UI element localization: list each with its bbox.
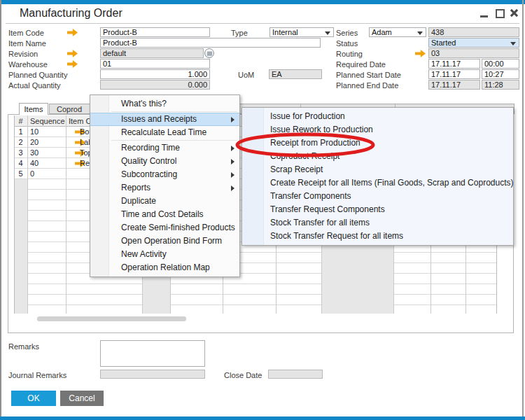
type-label: Type [231,29,248,37]
horizontal-scrollbar[interactable] [37,316,186,321]
planned-end-time-field: 11:28 [482,80,519,90]
planned-quantity-label: Planned Quantity [8,71,67,79]
remarks-label: Remarks [8,342,39,351]
close-icon[interactable] [510,8,519,18]
revision-label: Revision [8,50,38,58]
menu-item-time-and-cost-details[interactable]: Time and Cost Details [90,208,239,221]
required-time-field[interactable]: 00:00 [482,59,519,69]
revision-link-arrow-icon[interactable] [67,50,78,57]
dropdown-caret-icon [417,31,423,35]
tab-coproducts[interactable]: Coprod [57,105,82,114]
journal-remarks-label: Journal Remarks [8,371,66,379]
red-circle-annotation [234,132,376,158]
uom-field: EA [269,69,322,79]
menu-item-duplicate[interactable]: Duplicate [90,195,239,208]
titlebar-divider [6,23,519,24]
planned-start-time-field[interactable]: 10:27 [482,69,519,79]
planned-end-date-field: 17.11.17 [428,80,480,90]
menu-separator [111,111,237,112]
submenu-arrow-icon [231,117,234,122]
menu-item-quality-control[interactable]: Quality Control [90,155,239,168]
menu-item-recording-time[interactable]: Recording Time [90,141,239,155]
submenu-arrow-icon [231,186,234,191]
status-label: Status [336,39,358,48]
menu-item-new-activity[interactable]: New Activity [90,248,239,261]
close-date-field [268,370,323,379]
dropdown-caret-icon [510,42,516,46]
routing-label: Routing [336,50,363,58]
status-dropdown[interactable]: Started [428,38,519,48]
menu-item-subcontracting[interactable]: Subcontracting [90,168,239,181]
grid-header-num: # [14,117,27,125]
item-code-label: Item Code [8,29,44,37]
submenu-item-issue-for-production[interactable]: Issue for Production [242,110,513,123]
actual-quantity-field: 0.000 [100,80,210,90]
minimize-icon[interactable] [480,15,488,18]
menu-item-recalculate-lead-time[interactable]: Recalculate Lead Time [90,126,239,139]
menu-item-create-semi-finished-products[interactable]: Create Semi-finished Products [90,221,239,234]
submenu-item-transfer-request-components[interactable]: Transfer Request Components [242,203,513,216]
submenu-item-create-receipt-for-all-items[interactable]: Create Receipt for all Items (Final Good… [242,176,513,190]
item-code-link-arrow-icon[interactable] [67,29,78,36]
revision-field[interactable]: default [100,48,204,58]
planned-start-date-label: Planned Start Date [336,71,401,79]
required-date-label: Required Date [336,60,386,69]
maximize-icon[interactable] [496,9,505,18]
planned-end-date-label: Planned End Date [336,81,398,90]
menu-item-issues-and-receipts[interactable]: Issues and Receipts [90,113,239,126]
window-border-left [0,0,1,420]
tab-items[interactable]: Items [19,103,48,115]
grid-header-sequence: Sequence [30,117,65,125]
item-name-field[interactable]: Product-B [100,38,321,48]
warehouse-link-arrow-icon[interactable] [67,60,78,68]
remarks-input[interactable] [100,340,205,367]
submenu-item-stock-transfer-request-for-all-items[interactable]: Stock Transfer Request for all items [242,230,513,243]
dropdown-caret-icon [325,31,330,35]
planned-start-date-field[interactable]: 17.11.17 [428,69,480,79]
warehouse-field[interactable]: 01 [100,59,210,69]
menu-item-whats-this[interactable]: What's this? [90,97,239,111]
journal-remarks-field [100,370,205,379]
menu-item-operation-relation-map[interactable]: Operation Relation Map [90,261,239,274]
item-name-label: Item Name [8,39,46,48]
submenu-arrow-icon [231,172,234,178]
ok-button[interactable]: OK [11,391,56,406]
cancel-button[interactable]: Cancel [60,391,104,406]
type-dropdown[interactable]: Internal [270,27,334,37]
series-dropdown[interactable]: Adam [369,27,426,37]
issues-and-receipts-submenu: Issue for Production Issue Rework to Pro… [241,107,514,246]
planned-quantity-field[interactable]: 1.000 [100,69,210,79]
series-label: Series [336,29,358,37]
routing-link-arrow-icon[interactable] [415,50,426,57]
menu-item-open-operation-bind-form[interactable]: Open Operation Bind Form [90,234,239,248]
submenu-item-scrap-receipt[interactable]: Scrap Receipt [242,163,513,176]
window-accent-bar-top [0,0,525,4]
window-border-right [522,0,524,420]
menu-item-reports[interactable]: Reports [90,181,239,195]
submenu-item-stock-transfer-for-all-items[interactable]: Stock Transfer for all items [242,216,513,230]
required-date-field[interactable]: 17.11.17 [428,59,480,69]
warehouse-label: Warehouse [8,60,48,69]
choose-from-list-icon[interactable] [204,48,214,58]
context-menu: What's this? Issues and Receipts Recalcu… [90,94,240,277]
uom-label: UoM [238,71,254,79]
item-code-field[interactable]: Product-B [100,27,210,37]
window-title: Manufacturing Order [20,7,122,20]
submenu-arrow-icon [231,159,234,164]
series-number-field: 438 [428,27,519,37]
routing-field[interactable]: 03 [428,48,519,58]
window-accent-bar-bottom [0,416,525,420]
submenu-item-transfer-components[interactable]: Transfer Components [242,190,513,203]
close-date-label: Close Date [224,371,262,379]
menu-separator [111,140,237,141]
manufacturing-order-window: Manufacturing Order Item Code Product-B … [0,0,525,420]
actual-quantity-label: Actual Quantity [8,81,61,90]
